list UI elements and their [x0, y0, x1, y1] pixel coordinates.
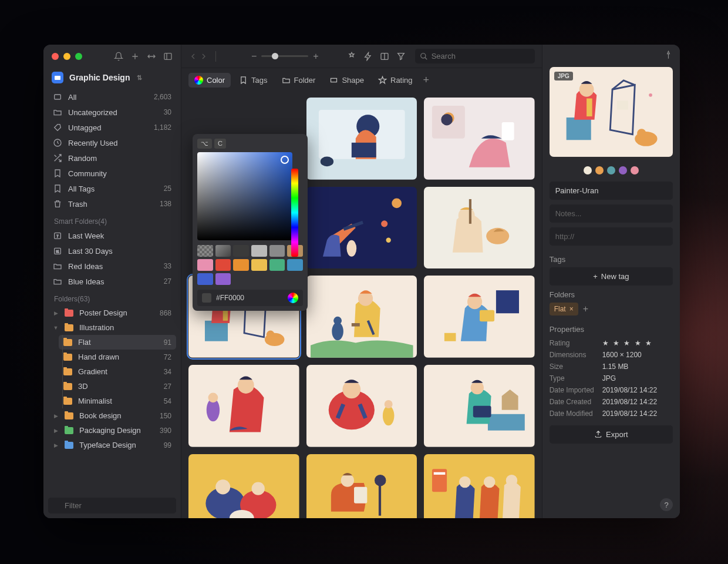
- preview-image[interactable]: JPG: [550, 67, 673, 157]
- nav-uncategorized[interactable]: Uncategorized30: [48, 105, 176, 120]
- color-dot[interactable]: [595, 166, 604, 174]
- thumbnail[interactable]: [424, 98, 535, 180]
- disclosure-icon[interactable]: ▼: [53, 325, 59, 331]
- filter-folder[interactable]: Folder: [276, 73, 322, 88]
- library-selector[interactable]: Graphic Design ⇅: [43, 68, 181, 87]
- smart-last30[interactable]: 31Last 30 Days: [48, 243, 176, 258]
- forward-icon[interactable]: [199, 52, 208, 61]
- plus-icon[interactable]: [130, 52, 140, 61]
- swatch[interactable]: [197, 245, 213, 257]
- hue-slider[interactable]: [291, 169, 298, 257]
- filter-shape[interactable]: Shape: [323, 73, 370, 88]
- notes-field[interactable]: [550, 204, 673, 223]
- swatch[interactable]: [197, 273, 213, 285]
- disclosure-icon[interactable]: ▶: [53, 442, 59, 448]
- color-wheel-icon[interactable]: [288, 293, 298, 303]
- swap-icon[interactable]: [147, 52, 156, 61]
- smart-lastweek[interactable]: 7Last Week: [48, 228, 176, 243]
- filter-input[interactable]: [48, 498, 176, 513]
- filter-color[interactable]: Color: [188, 73, 231, 88]
- help-button[interactable]: ?: [660, 498, 673, 511]
- thumbnail[interactable]: [188, 365, 299, 447]
- filter-tags[interactable]: Tags: [233, 73, 273, 88]
- thumbnail[interactable]: [424, 454, 535, 518]
- filter-toggle-icon[interactable]: [396, 52, 406, 61]
- nav-community[interactable]: Community: [48, 166, 176, 181]
- folder-packaging[interactable]: ▶Packaging Design390: [48, 423, 176, 438]
- swatch[interactable]: [269, 245, 285, 257]
- thumbnail[interactable]: [306, 365, 417, 447]
- swatch[interactable]: [215, 245, 231, 257]
- zoom-control[interactable]: − +: [251, 51, 319, 62]
- svg-rect-79: [587, 99, 592, 117]
- nav-random[interactable]: Random: [48, 150, 176, 166]
- disclosure-icon[interactable]: ▶: [53, 413, 59, 419]
- subfolder-minimalist[interactable]: Minimalist54: [59, 394, 176, 408]
- add-folder-button[interactable]: +: [583, 304, 588, 314]
- thumbnail[interactable]: [424, 276, 535, 358]
- swatch[interactable]: [233, 245, 249, 257]
- disclosure-icon[interactable]: ▶: [53, 428, 59, 434]
- swatch[interactable]: [251, 245, 267, 257]
- folder-poster[interactable]: ▶Poster Design868: [48, 306, 176, 320]
- subfolder-handdrawn[interactable]: Hand drawn72: [59, 350, 176, 364]
- swatch[interactable]: [287, 259, 303, 271]
- layout-icon[interactable]: [380, 52, 389, 61]
- folder-typeface[interactable]: ▶Typeface Design99: [48, 438, 176, 452]
- swatch[interactable]: [233, 259, 249, 271]
- color-dot[interactable]: [619, 166, 627, 174]
- bell-icon[interactable]: [114, 52, 123, 61]
- thumbnail[interactable]: [188, 454, 299, 518]
- color-dot[interactable]: [607, 166, 615, 174]
- thumbnail[interactable]: [306, 454, 417, 518]
- smart-blue[interactable]: Blue Ideas27: [48, 274, 176, 289]
- nav-recent[interactable]: Recently Used: [48, 135, 176, 150]
- thumbnail[interactable]: [306, 187, 417, 269]
- color-gradient[interactable]: [197, 152, 292, 240]
- search-box[interactable]: [415, 49, 535, 63]
- thumbnail[interactable]: [424, 187, 535, 269]
- thumbnail[interactable]: [306, 276, 417, 358]
- name-field[interactable]: [550, 182, 673, 200]
- disclosure-icon[interactable]: ▶: [53, 310, 59, 316]
- swatch[interactable]: [215, 273, 231, 285]
- zoom-slider[interactable]: [261, 55, 308, 57]
- subfolder-3d[interactable]: 3D27: [59, 379, 176, 394]
- zoom-in-icon[interactable]: +: [313, 51, 318, 62]
- swatch[interactable]: [269, 259, 285, 271]
- subfolder-gradient[interactable]: Gradient34: [59, 364, 176, 379]
- thumbnail[interactable]: [424, 365, 535, 447]
- nav-untagged[interactable]: Untagged1,182: [48, 120, 176, 135]
- smart-red[interactable]: Red Ideas33: [48, 258, 176, 274]
- nav-all[interactable]: All2,603: [48, 89, 176, 105]
- color-picker-popover[interactable]: ⌥C #FF0000: [193, 134, 308, 311]
- pin-icon[interactable]: [664, 51, 673, 59]
- swatch[interactable]: [197, 259, 213, 271]
- window-controls[interactable]: [52, 53, 82, 60]
- zoom-out-icon[interactable]: −: [251, 51, 257, 62]
- thumbnail[interactable]: [306, 98, 417, 180]
- hex-value[interactable]: #FF0000: [216, 294, 283, 302]
- bolt-icon[interactable]: [363, 52, 373, 61]
- search-input[interactable]: [432, 52, 530, 61]
- swatch[interactable]: [215, 259, 231, 271]
- subfolder-flat[interactable]: Flat91: [59, 335, 176, 350]
- export-button[interactable]: Export: [550, 425, 673, 444]
- folder-chip[interactable]: Flat×: [550, 303, 578, 315]
- color-dot[interactable]: [631, 166, 639, 174]
- nav-trash[interactable]: Trash138: [48, 196, 176, 212]
- add-filter-button[interactable]: +: [423, 74, 430, 86]
- new-tag-button[interactable]: +New tag: [550, 267, 673, 286]
- remove-chip-icon[interactable]: ×: [569, 305, 574, 313]
- color-dot[interactable]: [584, 166, 592, 174]
- panel-icon[interactable]: [163, 52, 173, 61]
- rating-stars[interactable]: ★ ★ ★ ★ ★: [602, 339, 653, 347]
- url-field[interactable]: [550, 227, 673, 246]
- extension-icon[interactable]: [347, 52, 356, 61]
- filter-rating[interactable]: Rating: [372, 73, 419, 88]
- folder-book[interactable]: ▶Book design150: [48, 408, 176, 423]
- nav-alltags[interactable]: All Tags25: [48, 181, 176, 196]
- swatch[interactable]: [251, 259, 267, 271]
- back-icon[interactable]: [188, 52, 198, 61]
- folder-illustration[interactable]: ▼Illustration: [48, 320, 176, 335]
